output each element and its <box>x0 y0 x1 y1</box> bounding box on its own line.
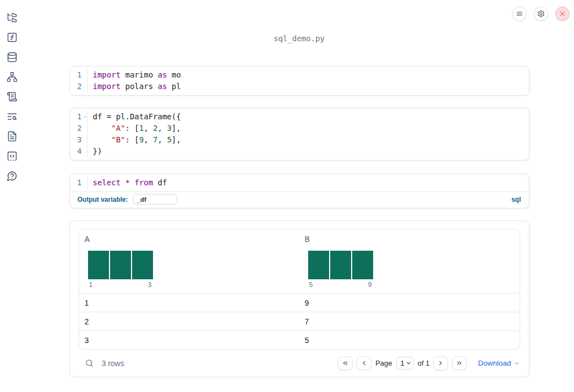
next-page-button[interactable] <box>433 356 448 370</box>
last-page-button[interactable] <box>452 356 467 370</box>
table-row: 27 <box>79 312 520 330</box>
language-badge[interactable]: sql <box>511 196 521 203</box>
chevron-right-icon <box>437 360 444 367</box>
cell-dataframe: 1⌄df = pl.DataFrame({2 "A": [1, 2, 3],3 … <box>69 108 529 161</box>
table-body: 192735 <box>79 293 520 349</box>
table-cell: 9 <box>299 299 520 307</box>
database-icon[interactable] <box>6 51 18 63</box>
logs-search-icon[interactable] <box>6 111 18 123</box>
line-number: 4 <box>70 146 88 157</box>
histogram-bar <box>132 251 153 279</box>
function-square-icon[interactable] <box>6 31 18 43</box>
code-line[interactable]: 1select * from df <box>70 177 529 189</box>
file-explorer-icon[interactable] <box>6 12 18 24</box>
line-number: 1 <box>70 177 88 189</box>
documentation-file-icon[interactable] <box>6 130 18 142</box>
code-line[interactable]: 1⌄df = pl.DataFrame({ <box>70 111 529 123</box>
code-line[interactable]: 2import polars as pl <box>70 81 529 92</box>
column-header[interactable]: B59 <box>299 229 520 293</box>
search-icon[interactable] <box>84 357 96 369</box>
table-footer: 3 rows Page 1 of 1 <box>79 350 520 377</box>
histogram-bar <box>110 251 131 279</box>
page-label: Page <box>375 359 392 367</box>
table-cell: 3 <box>79 336 299 345</box>
table-cell: 5 <box>299 336 520 345</box>
sql-editor[interactable]: 1select * from df <box>70 174 529 191</box>
column-histogram: 13 <box>85 251 299 289</box>
histogram-bar <box>352 251 373 279</box>
pagination: Page 1 of 1 Download <box>338 356 520 370</box>
code-line[interactable]: 2 "A": [1, 2, 3], <box>70 123 529 134</box>
page-select-value: 1 <box>401 359 404 367</box>
line-number: 2 <box>70 123 88 134</box>
table-cell: 2 <box>79 317 299 326</box>
output-variable-input[interactable] <box>133 194 177 205</box>
histogram-min-label: 5 <box>309 281 313 289</box>
column-name: B <box>305 235 520 244</box>
dataframe-table: A13B59 192735 <box>79 229 520 350</box>
chevrons-right-icon <box>456 360 463 367</box>
first-page-button[interactable] <box>338 356 353 370</box>
line-number: 3 <box>70 134 88 146</box>
sidebar <box>0 0 24 392</box>
chevron-down-icon <box>513 360 520 367</box>
chevron-down-icon <box>406 360 412 366</box>
column-header[interactable]: A13 <box>79 229 299 293</box>
row-count: 3 rows <box>102 359 124 368</box>
sql-cell-footer: Output variable: sql <box>70 191 529 208</box>
cell-sql: 1select * from df Output variable: sql <box>69 174 529 208</box>
table-row: 35 <box>79 330 520 349</box>
line-number: 1 <box>70 69 88 81</box>
scratchpad-scroll-icon[interactable] <box>6 91 18 103</box>
cell-imports: 1import marimo as mo2import polars as pl <box>69 66 529 96</box>
download-label: Download <box>478 359 511 367</box>
table-cell: 7 <box>299 317 520 326</box>
code-line[interactable]: 4}) <box>70 146 529 157</box>
line-number: 1⌄ <box>70 111 88 123</box>
line-number: 2 <box>70 81 88 92</box>
column-name: A <box>85 235 299 244</box>
code-editor[interactable]: 1import marimo as mo2import polars as pl <box>70 67 529 95</box>
table-row: 19 <box>79 293 520 312</box>
histogram-bar <box>330 251 351 279</box>
output-variable-label: Output variable: <box>78 196 128 203</box>
histogram-bar <box>88 251 109 279</box>
code-line[interactable]: 1import marimo as mo <box>70 69 529 81</box>
dependency-graph-icon[interactable] <box>6 71 18 83</box>
code-line[interactable]: 3 "B": [9, 7, 5], <box>70 134 529 146</box>
histogram-max-label: 9 <box>368 281 372 289</box>
page-select[interactable]: 1 <box>396 357 414 369</box>
code-editor[interactable]: 1⌄df = pl.DataFrame({2 "A": [1, 2, 3],3 … <box>70 108 529 160</box>
table-header-row: A13B59 <box>79 229 520 293</box>
snippets-code-icon[interactable] <box>6 150 18 162</box>
chevron-left-icon <box>360 360 368 367</box>
histogram-max-label: 3 <box>148 281 152 289</box>
download-button[interactable]: Download <box>478 359 520 367</box>
notebook-filename: sql_demo.py <box>24 33 574 44</box>
help-bubble-icon[interactable] <box>6 170 18 182</box>
histogram-min-label: 1 <box>89 281 93 289</box>
fold-chevron-icon[interactable]: ⌄ <box>83 113 86 118</box>
sql-output: A13B59 192735 3 rows Page 1 <box>69 220 529 377</box>
column-histogram: 59 <box>305 251 520 289</box>
histogram-bar <box>308 251 329 279</box>
previous-page-button[interactable] <box>357 356 371 370</box>
page-of-label: of 1 <box>418 359 430 367</box>
table-cell: 1 <box>79 299 299 307</box>
chevrons-left-icon <box>342 360 349 367</box>
notebook: 1import marimo as mo2import polars as pl… <box>69 66 529 377</box>
